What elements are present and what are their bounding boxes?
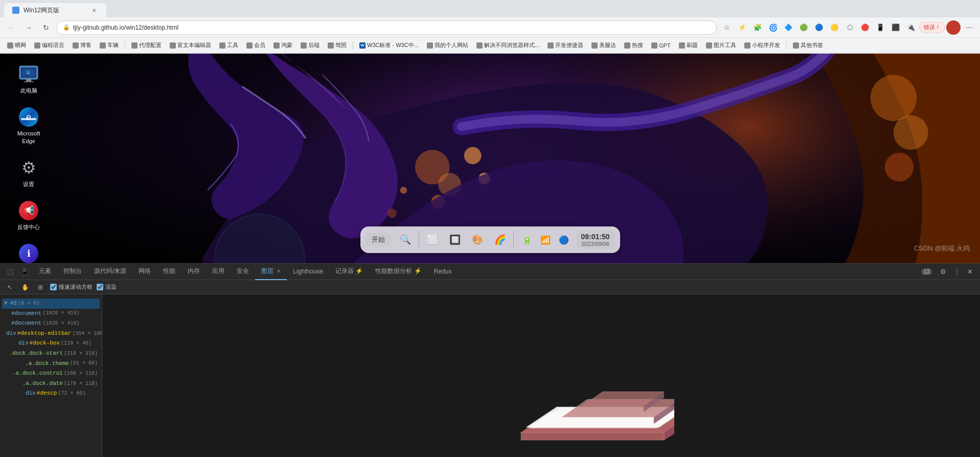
devtools-tab-redux[interactable]: Redux bbox=[428, 264, 458, 280]
bookmark-item-2[interactable]: 博客 bbox=[70, 40, 95, 50]
back-button[interactable]: ← bbox=[4, 20, 18, 35]
slow-scroll-checkbox[interactable] bbox=[50, 284, 57, 290]
dock-datetime[interactable]: 09:01:50 2023/09/06 bbox=[576, 231, 614, 249]
bookmark-folder-icon bbox=[131, 42, 138, 49]
devtools-tab-console[interactable]: 控制台 bbox=[57, 264, 88, 280]
tree-item-6[interactable]: .a.dock.theme (61 × 60) bbox=[2, 359, 100, 369]
render-checkbox[interactable] bbox=[97, 284, 103, 290]
bookmark-item-20[interactable]: 小程序开发 bbox=[741, 40, 783, 50]
bookmark-star-button[interactable]: ☆ bbox=[720, 20, 734, 35]
extension-puzzle-button[interactable]: 🧩 bbox=[750, 20, 765, 35]
devtools-tab-application[interactable]: 应用 bbox=[206, 264, 231, 280]
forward-button[interactable]: → bbox=[21, 20, 36, 35]
menu-button[interactable]: ⋯ bbox=[962, 20, 976, 35]
tree-item-7[interactable]: .a.dock.control (166 × 118) bbox=[2, 369, 100, 379]
active-tab[interactable]: Win12网页版 ✕ bbox=[4, 3, 106, 17]
tree-item-5[interactable]: .dock.dock-start (219 × 118) bbox=[2, 349, 100, 359]
layers-viewport[interactable] bbox=[102, 294, 980, 457]
devtools-pointer-button[interactable]: ↖ bbox=[4, 282, 15, 293]
refresh-button[interactable]: ↻ bbox=[39, 20, 53, 35]
bookmark-item-9[interactable]: 后端 bbox=[298, 40, 323, 50]
devtools-tab-elements[interactable]: 元素 bbox=[33, 264, 57, 280]
ext7-button[interactable]: 📱 bbox=[873, 20, 887, 35]
bookmark-item-1[interactable]: 编程语言 bbox=[31, 40, 67, 50]
ext6-button[interactable]: 🔴 bbox=[858, 20, 872, 35]
bookmark-item-11[interactable]: W W3C标准 - W3C中... bbox=[356, 40, 422, 50]
tree-item-4[interactable]: div #dock-box (219 × 40) bbox=[2, 338, 100, 349]
bookmark-item-3[interactable]: 车辆 bbox=[97, 40, 122, 50]
profile-button[interactable] bbox=[946, 20, 961, 35]
dock-theme-button[interactable]: 🔍 bbox=[395, 230, 415, 250]
bookmark-item-4[interactable]: 代理配置 bbox=[128, 40, 165, 50]
devtools-tab-security[interactable]: 安全 bbox=[231, 264, 255, 280]
start-button[interactable]: 开始 bbox=[365, 233, 391, 246]
desktop-icon-settings[interactable]: ⚙ 设置 bbox=[10, 157, 47, 188]
ext2-button[interactable]: 🟢 bbox=[796, 20, 811, 35]
address-bar[interactable]: 🔒 tjiy-gitnub.github.io/win12/desktop.ht… bbox=[56, 20, 717, 35]
desktop-icon-about[interactable]: ℹ 关于 Win12 网页版 bbox=[10, 243, 47, 263]
dock-app4-button[interactable]: 🌈 bbox=[489, 230, 510, 250]
devtools-device-button[interactable]: 📱 bbox=[18, 266, 31, 278]
battery-icon[interactable]: 🔋 bbox=[518, 230, 535, 250]
tree-item-2[interactable]: #document (1920 × 419) bbox=[2, 318, 100, 329]
bookmark-item-10[interactable]: 驾照 bbox=[325, 40, 350, 50]
tree-item-8[interactable]: .a.dock.date (179 × 118) bbox=[2, 379, 100, 389]
devtools-settings-button[interactable]: ⚙ bbox=[937, 266, 949, 278]
bookmark-folder-icon bbox=[73, 42, 79, 49]
dock-app2-button[interactable]: 🔲 bbox=[444, 230, 465, 250]
devtools-more-button[interactable]: ⋮ bbox=[950, 266, 963, 278]
tree-item-9[interactable]: div #descp (72 × 60) bbox=[2, 389, 100, 399]
devtools-pan-button[interactable]: ✋ bbox=[19, 282, 31, 293]
devtools-tab-lighthouse[interactable]: Lighthouse bbox=[287, 264, 329, 280]
devtools-tab-sources[interactable]: 源代码/来源 bbox=[88, 264, 132, 280]
bookmark-item-0[interactable]: 晒网 bbox=[4, 40, 29, 50]
tree-item-1[interactable]: #document (1920 × 419) bbox=[2, 309, 100, 319]
bookmark-item-15[interactable]: 美腿达 bbox=[588, 40, 619, 50]
ext1-button[interactable]: 🔷 bbox=[781, 20, 795, 35]
dock-app3-button[interactable]: 🎨 bbox=[467, 230, 487, 250]
ext3-button[interactable]: 🔵 bbox=[812, 20, 826, 35]
ext8-button[interactable]: ⬛ bbox=[888, 20, 903, 35]
tab-close-button[interactable]: ✕ bbox=[90, 6, 98, 14]
edge-icon-image: e bbox=[18, 107, 39, 127]
bookmark-item-13[interactable]: 解决不同浏览器样式... bbox=[473, 40, 542, 50]
wifi-icon[interactable]: 📶 bbox=[537, 230, 553, 250]
bookmark-item-16[interactable]: 热搜 bbox=[621, 40, 646, 50]
bookmark-item-7[interactable]: 会员 bbox=[243, 40, 268, 50]
bookmark-item-21[interactable]: 其他书签 bbox=[790, 40, 826, 50]
devtools-tab-perf-insights[interactable]: 性能数据分析 ⚡ bbox=[369, 264, 427, 280]
ext5-button[interactable]: ⬡ bbox=[842, 20, 857, 35]
bookmark-item-19[interactable]: 图片工具 bbox=[703, 40, 739, 50]
render-label[interactable]: 渲染 bbox=[97, 283, 117, 291]
devtools-zoom-button[interactable]: ⊞ bbox=[35, 282, 46, 293]
devtools-tab-layers[interactable]: 图层 ✕ bbox=[255, 264, 287, 280]
desktop-icon-edge[interactable]: e Microsoft Edge bbox=[10, 107, 47, 145]
devtools-close-button[interactable]: ✕ bbox=[964, 266, 976, 278]
about-icon-image: ℹ bbox=[18, 243, 39, 263]
devtools-tab-performance[interactable]: 性能 bbox=[157, 264, 181, 280]
ext4-button[interactable]: 🟡 bbox=[827, 20, 841, 35]
tree-item-0[interactable]: ▼ #2 (0 × 0) bbox=[2, 299, 100, 309]
bookmark-item-18[interactable]: 刷题 bbox=[676, 40, 701, 50]
bookmark-item-17[interactable]: GPT bbox=[648, 41, 674, 50]
bookmark-item-14[interactable]: 开发便捷器 bbox=[544, 40, 586, 50]
edge-icon-button[interactable]: 🌀 bbox=[766, 20, 780, 35]
extensions-button[interactable]: 🔌 bbox=[904, 20, 918, 35]
desktop-icon-pc[interactable]: 🖥 此电脑 bbox=[10, 64, 47, 95]
devtools-inspect-button[interactable]: ⬚ bbox=[4, 266, 16, 278]
slow-scroll-label[interactable]: 慢速滚动方框 bbox=[50, 283, 93, 291]
devtools-tab-network[interactable]: 网络 bbox=[132, 264, 157, 280]
tree-item-3[interactable]: div #desktop-editbar (354 × 100) bbox=[2, 329, 100, 339]
desktop-icon-feedback[interactable]: 📢 反馈中心 bbox=[10, 200, 47, 231]
dock-app1-button[interactable]: ⬜ bbox=[422, 230, 442, 250]
bookmark-item-12[interactable]: 我的个人网站 bbox=[424, 40, 471, 50]
devtools-tab-memory[interactable]: 内存 bbox=[181, 264, 206, 280]
url-display: tjiy-gitnub.github.io/win12/desktop.html bbox=[73, 24, 710, 31]
bookmark-item-6[interactable]: 工具 bbox=[216, 40, 241, 50]
bluetooth-icon[interactable]: 🔵 bbox=[555, 230, 572, 250]
layers-tab-close[interactable]: ✕ bbox=[277, 268, 281, 274]
performance-button[interactable]: ⚡ bbox=[735, 20, 749, 35]
bookmark-item-8[interactable]: 鸿蒙 bbox=[270, 40, 295, 50]
bookmark-item-5[interactable]: 富文本编辑器 bbox=[167, 40, 214, 50]
devtools-tab-recorder[interactable]: 记录器 ⚡ bbox=[329, 264, 369, 280]
